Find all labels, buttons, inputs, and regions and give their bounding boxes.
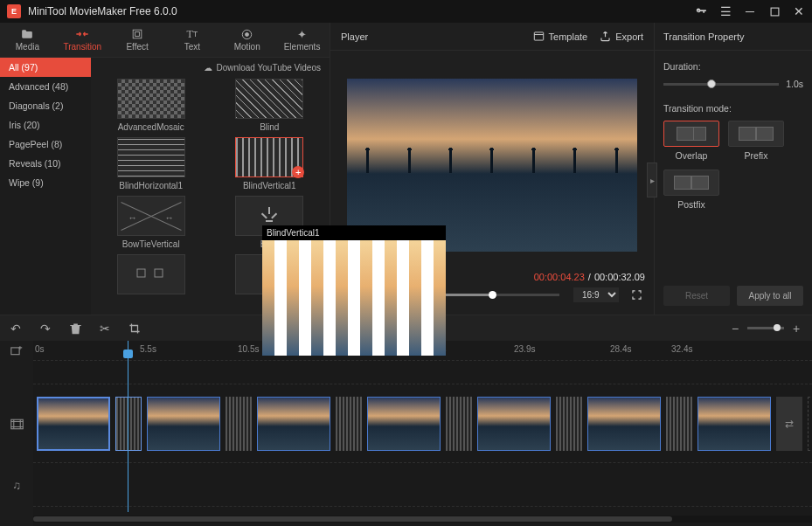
mode-overlap[interactable]: Overlap: [663, 121, 719, 161]
svg-point-4: [246, 32, 249, 36]
transition-preview-popup: BlindVertical1: [262, 225, 446, 356]
transition-chip[interactable]: [115, 397, 142, 451]
category-diagonals[interactable]: Diagonals (2): [0, 96, 91, 115]
download-youtube-link[interactable]: Download YouTube Videos: [216, 63, 321, 73]
transition-chip[interactable]: [556, 397, 582, 451]
title-bar: E MiniTool MovieMaker Free 6.0.0 ☰ ─ ✕: [0, 0, 812, 23]
library-tabs: Media Transition Effect TT Text: [0, 23, 330, 58]
timeline: ♫ 0s 5.5s 10.5s 15s 19.4s 23.9s 28.4s 32…: [0, 341, 812, 526]
mode-prefix[interactable]: Prefix: [728, 121, 784, 161]
tab-effect[interactable]: Effect: [110, 23, 165, 57]
duration-value: 1.0s: [786, 79, 803, 89]
tab-text[interactable]: TT Text: [164, 23, 219, 57]
svg-rect-8: [11, 348, 19, 355]
panel-collapse-toggle[interactable]: ▸: [647, 163, 657, 197]
video-clip[interactable]: [257, 397, 330, 451]
video-clip[interactable]: [587, 397, 661, 451]
svg-rect-1: [133, 30, 142, 38]
aspect-ratio-select[interactable]: 16:9: [573, 287, 619, 302]
overlay-track[interactable]: [33, 360, 812, 384]
transition-chip[interactable]: [226, 397, 252, 451]
property-title: Transition Property: [655, 23, 812, 51]
video-clip[interactable]: [37, 397, 110, 451]
thumb-bowtie-vertical[interactable]: ↔↔ BowTieVertical: [100, 196, 203, 251]
thumb-item[interactable]: [100, 254, 203, 309]
download-youtube-icon: ☁: [204, 63, 212, 73]
category-list: All (97) Advanced (48) Diagonals (2) Iri…: [0, 58, 91, 315]
video-clip[interactable]: [477, 397, 551, 451]
template-button[interactable]: Template: [533, 31, 588, 42]
tab-transition[interactable]: Transition: [55, 23, 110, 57]
speed-icon[interactable]: [698, 322, 712, 336]
playhead[interactable]: [128, 341, 128, 512]
elements-icon: ✦: [297, 28, 307, 40]
thumb-blind-vertical1[interactable]: + BlindVertical1: [219, 137, 322, 192]
swap-chip[interactable]: ⇄: [776, 397, 802, 451]
app-logo-icon: E: [7, 4, 21, 18]
undo-button[interactable]: ↶: [9, 322, 23, 336]
category-pagepeel[interactable]: PagePeel (8): [0, 135, 91, 154]
svg-rect-7: [534, 32, 543, 40]
current-time: 00:00:04.23: [534, 272, 585, 282]
maximize-button[interactable]: [768, 5, 781, 17]
video-clip[interactable]: [147, 397, 220, 451]
thumb-advanced-mosaic[interactable]: AdvancedMosaic: [100, 79, 203, 134]
popup-title: BlindVertical1: [262, 225, 446, 240]
crop-button[interactable]: [128, 322, 142, 336]
video-track[interactable]: ⇄ ⬇: [33, 384, 812, 463]
timeline-scrollbar[interactable]: [33, 516, 812, 523]
reset-button[interactable]: Reset: [663, 286, 730, 306]
export-icon: [600, 31, 611, 42]
video-clip[interactable]: [697, 397, 771, 451]
player-title: Player: [341, 31, 368, 42]
add-track-button[interactable]: [0, 341, 33, 360]
popup-preview-image: [262, 240, 446, 356]
transition-chip[interactable]: [666, 397, 692, 451]
category-advanced[interactable]: Advanced (48): [0, 77, 91, 96]
drop-zone[interactable]: ⬇: [808, 397, 812, 451]
property-panel: Transition Property Duration: 1.0s Trans…: [655, 23, 812, 315]
video-track-icon: [0, 384, 33, 463]
split-button[interactable]: ✂: [98, 322, 112, 336]
category-wipe[interactable]: Wipe (9): [0, 173, 91, 192]
zoom-slider[interactable]: [747, 327, 784, 329]
zoom-in-button[interactable]: +: [789, 322, 803, 336]
audio-track-icon: ♫: [0, 463, 33, 507]
category-iris[interactable]: Iris (20): [0, 115, 91, 135]
transition-chip[interactable]: [446, 397, 472, 451]
template-icon: [533, 31, 545, 42]
tab-motion[interactable]: Motion: [219, 23, 274, 57]
category-all[interactable]: All (97): [0, 58, 91, 77]
export-button[interactable]: Export: [600, 31, 643, 42]
thumb-blind-horizontal1[interactable]: BlindHorizontal1: [100, 137, 203, 192]
transition-chip[interactable]: [336, 397, 362, 451]
menu-icon[interactable]: ☰: [719, 5, 732, 17]
delete-button[interactable]: [68, 322, 82, 336]
svg-rect-9: [10, 419, 23, 429]
tab-elements[interactable]: ✦ Elements: [274, 23, 330, 57]
mode-label: Transition mode:: [663, 103, 803, 114]
tab-media[interactable]: Media: [0, 23, 55, 57]
redo-button[interactable]: ↷: [38, 322, 52, 336]
thumb-blind[interactable]: Blind: [219, 79, 322, 134]
minimize-button[interactable]: ─: [744, 5, 756, 17]
zoom-out-button[interactable]: −: [728, 322, 742, 336]
fullscreen-button[interactable]: [628, 286, 645, 303]
duration-slider[interactable]: [663, 83, 779, 86]
close-button[interactable]: ✕: [793, 5, 805, 17]
folder-icon: [21, 28, 33, 40]
svg-rect-5: [137, 269, 145, 277]
text-icon: TT: [186, 28, 198, 40]
audio-track[interactable]: [33, 463, 812, 507]
duration-label: Duration:: [663, 61, 803, 72]
svg-rect-6: [155, 269, 163, 277]
key-icon[interactable]: [695, 5, 707, 17]
category-reveals[interactable]: Reveals (10): [0, 154, 91, 173]
app-title: MiniTool MovieMaker Free 6.0.0: [28, 5, 695, 17]
video-clip[interactable]: [367, 397, 441, 451]
total-time: 00:00:32.09: [594, 272, 645, 282]
mode-postfix[interactable]: Postfix: [663, 170, 719, 210]
transition-icon: [75, 28, 89, 40]
apply-all-button[interactable]: Apply to all: [737, 286, 803, 306]
svg-rect-0: [771, 8, 779, 16]
